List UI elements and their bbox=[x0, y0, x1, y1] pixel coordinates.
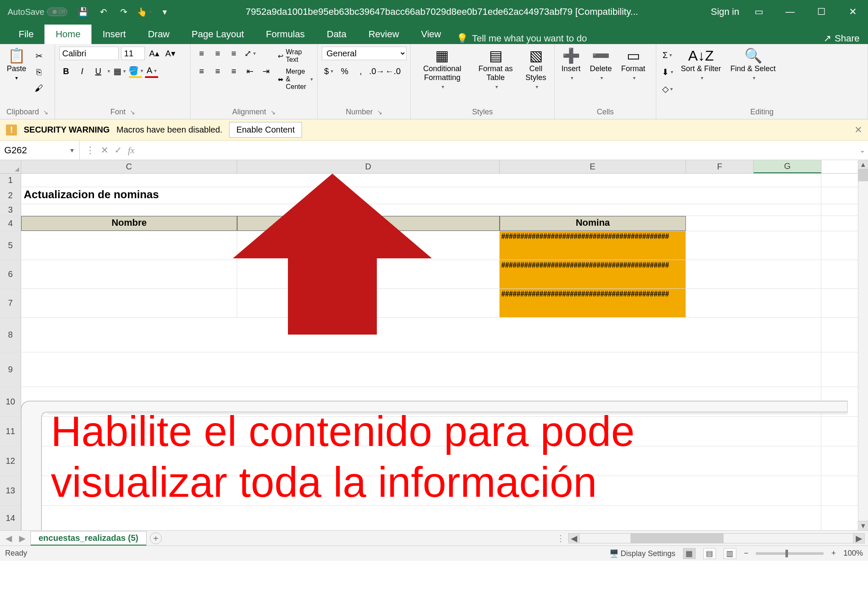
tab-file[interactable]: File bbox=[8, 25, 44, 44]
font-launcher-icon[interactable]: ↘ bbox=[130, 109, 135, 116]
redo-icon[interactable]: ↷ bbox=[116, 3, 133, 20]
tab-insert[interactable]: Insert bbox=[91, 25, 137, 44]
decrease-font-icon[interactable]: A▾ bbox=[163, 47, 177, 60]
formula-input[interactable] bbox=[141, 141, 856, 160]
minimize-icon[interactable]: — bbox=[778, 3, 802, 20]
percent-icon[interactable]: % bbox=[338, 64, 351, 78]
hscroll-thumb[interactable] bbox=[630, 534, 724, 543]
zoom-level[interactable]: 100% bbox=[843, 549, 863, 558]
qat-customize-icon[interactable]: ▾ bbox=[156, 3, 173, 20]
orientation-icon[interactable]: ⤢ bbox=[243, 47, 257, 60]
align-top-icon[interactable]: ≡ bbox=[195, 47, 208, 60]
vertical-scrollbar[interactable]: ▲ ▼ bbox=[858, 160, 868, 530]
touch-mode-icon[interactable]: 👆 bbox=[136, 3, 153, 20]
copy-icon[interactable]: ⎘ bbox=[32, 65, 46, 79]
font-name-input[interactable] bbox=[59, 47, 119, 60]
insert-cells-button[interactable]: ➕Insert bbox=[559, 47, 583, 83]
accept-formula-icon[interactable]: ✓ bbox=[114, 145, 122, 156]
fill-icon[interactable]: ⬇ bbox=[661, 65, 674, 79]
row-header[interactable]: 5 bbox=[0, 231, 21, 260]
merge-center-button[interactable]: ⬌ Merge & Center bbox=[278, 68, 313, 91]
underline-icon[interactable]: U bbox=[91, 64, 105, 78]
expand-formula-bar-icon[interactable]: ⌄ bbox=[856, 141, 868, 160]
row-header[interactable]: 2 bbox=[0, 187, 21, 204]
delete-cells-button[interactable]: ➖Delete bbox=[587, 47, 614, 83]
save-icon[interactable]: 💾 bbox=[75, 3, 92, 20]
border-icon[interactable]: ▦ bbox=[113, 64, 126, 78]
format-painter-icon[interactable]: 🖌 bbox=[32, 81, 46, 95]
close-icon[interactable]: ✕ bbox=[841, 3, 865, 20]
ribbon-options-icon[interactable]: ▭ bbox=[747, 3, 771, 20]
select-all-corner[interactable] bbox=[0, 160, 21, 173]
increase-font-icon[interactable]: A▴ bbox=[147, 47, 161, 60]
horizontal-scrollbar[interactable]: ◀ ▶ bbox=[568, 533, 865, 543]
name-box[interactable]: G262 ▼ bbox=[0, 141, 80, 160]
sheet-nav-next-icon[interactable]: ▶ bbox=[17, 533, 27, 543]
scroll-left-icon[interactable]: ◀ bbox=[569, 534, 580, 543]
tab-view[interactable]: View bbox=[410, 25, 452, 44]
col-header-e[interactable]: E bbox=[500, 160, 686, 173]
italic-icon[interactable]: I bbox=[75, 64, 89, 78]
cut-icon[interactable]: ✂ bbox=[32, 49, 46, 63]
tab-page-layout[interactable]: Page Layout bbox=[181, 25, 255, 44]
scroll-right-icon[interactable]: ▶ bbox=[853, 534, 864, 543]
row-header[interactable]: 3 bbox=[0, 204, 21, 216]
decrease-decimal-icon[interactable]: ←.0 bbox=[386, 64, 400, 78]
scroll-up-icon[interactable]: ▲ bbox=[858, 160, 868, 169]
cancel-formula-icon[interactable]: ✕ bbox=[101, 145, 108, 156]
autosum-icon[interactable]: Σ bbox=[661, 48, 674, 62]
tab-data[interactable]: Data bbox=[316, 25, 357, 44]
cell-styles-button[interactable]: ▧Cell Styles bbox=[522, 47, 550, 91]
security-close-icon[interactable]: ✕ bbox=[854, 125, 862, 136]
align-middle-icon[interactable]: ≡ bbox=[211, 47, 224, 60]
conditional-formatting-button[interactable]: ▦Conditional Formatting bbox=[415, 47, 470, 91]
clear-icon[interactable]: ◇ bbox=[661, 82, 674, 96]
name-box-dropdown-icon[interactable]: ▼ bbox=[69, 147, 75, 154]
col-header-g[interactable]: G bbox=[754, 160, 821, 173]
font-color-icon[interactable]: A bbox=[145, 64, 158, 78]
row-header[interactable]: 4 bbox=[0, 216, 21, 231]
zoom-in-icon[interactable]: + bbox=[831, 549, 836, 558]
scroll-down-icon[interactable]: ▼ bbox=[858, 521, 868, 530]
zoom-out-icon[interactable]: − bbox=[744, 549, 749, 558]
sheet-tab-active[interactable]: encuestas_realizadas (5) bbox=[30, 531, 147, 545]
col-header-d[interactable]: D bbox=[237, 160, 500, 173]
find-select-button[interactable]: 🔍Find & Select bbox=[728, 47, 778, 83]
display-settings-button[interactable]: 🖥️ Display Settings bbox=[609, 549, 675, 558]
row-header[interactable]: 7 bbox=[0, 289, 21, 317]
currency-icon[interactable]: $ bbox=[322, 64, 335, 78]
maximize-icon[interactable]: ☐ bbox=[810, 3, 833, 20]
scroll-thumb[interactable] bbox=[858, 169, 868, 181]
comma-icon[interactable]: , bbox=[354, 64, 368, 78]
increase-indent-icon[interactable]: ⇥ bbox=[259, 64, 273, 78]
format-as-table-button[interactable]: ▤Format as Table bbox=[475, 47, 516, 91]
paste-button[interactable]: 📋 Paste ▾ bbox=[4, 47, 29, 83]
sort-filter-button[interactable]: A↓ZSort & Filter bbox=[678, 47, 724, 83]
row-header[interactable]: 6 bbox=[0, 260, 21, 288]
col-header-f[interactable]: F bbox=[686, 160, 754, 173]
fill-color-icon[interactable]: 🪣 bbox=[129, 64, 142, 78]
number-format-select[interactable]: General bbox=[322, 47, 406, 60]
row-header[interactable]: 8 bbox=[0, 318, 21, 352]
enable-content-button[interactable]: Enable Content bbox=[229, 122, 302, 138]
new-sheet-button[interactable]: ＋ bbox=[150, 532, 162, 544]
tab-review[interactable]: Review bbox=[357, 25, 410, 44]
clipboard-launcher-icon[interactable]: ↘ bbox=[43, 109, 48, 116]
tab-split-handle[interactable]: ⋮ bbox=[556, 533, 565, 543]
undo-icon[interactable]: ↶ bbox=[95, 3, 112, 20]
align-right-icon[interactable]: ≡ bbox=[227, 64, 240, 78]
page-break-view-icon[interactable]: ▥ bbox=[724, 548, 736, 559]
normal-view-icon[interactable]: ▦ bbox=[683, 548, 696, 559]
sign-in-link[interactable]: Sign in bbox=[711, 6, 739, 17]
bold-icon[interactable]: B bbox=[59, 64, 73, 78]
font-size-input[interactable] bbox=[121, 47, 145, 60]
tab-formulas[interactable]: Formulas bbox=[255, 25, 316, 44]
zoom-slider[interactable] bbox=[756, 552, 824, 555]
decrease-indent-icon[interactable]: ⇤ bbox=[243, 64, 257, 78]
align-center-icon[interactable]: ≡ bbox=[211, 64, 224, 78]
tab-home[interactable]: Home bbox=[44, 25, 91, 44]
worksheet-area[interactable]: C D E F G 1 2Actualizacion de nominas 3 … bbox=[0, 160, 868, 530]
page-layout-view-icon[interactable]: ▤ bbox=[703, 548, 716, 559]
wrap-text-button[interactable]: ↩ Wrap Text bbox=[278, 48, 313, 64]
share-button[interactable]: ↗ Share bbox=[824, 33, 868, 44]
